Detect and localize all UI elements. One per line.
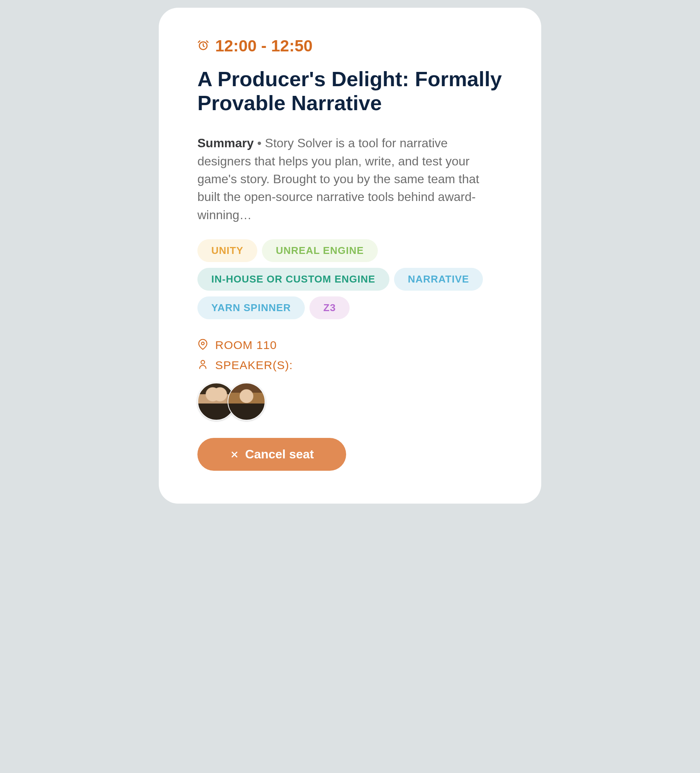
summary-label: Summary	[197, 136, 254, 150]
cancel-seat-label: Cancel seat	[245, 447, 314, 461]
room-row: ROOM 110	[197, 339, 503, 352]
tag-inhouse[interactable]: IN-HOUSE OR CUSTOM ENGINE	[197, 268, 389, 291]
speaker-avatars	[197, 383, 503, 421]
time-row: 12:00 - 12:50	[197, 37, 503, 55]
tag-narrative[interactable]: NARRATIVE	[394, 268, 483, 291]
cancel-seat-button[interactable]: Cancel seat	[197, 438, 346, 471]
tag-yarn[interactable]: YARN SPINNER	[197, 296, 305, 319]
tag-unreal[interactable]: UNREAL ENGINE	[262, 239, 378, 262]
tag-z3[interactable]: Z3	[309, 296, 350, 319]
speakers-label: SPEAKER(S):	[215, 359, 293, 372]
speaker-avatar[interactable]	[228, 383, 265, 421]
session-summary: Summary • Story Solver is a tool for nar…	[197, 134, 503, 224]
tag-unity[interactable]: UNITY	[197, 239, 257, 262]
session-title: A Producer's Delight: Formally Provable …	[197, 67, 503, 115]
speakers-row: SPEAKER(S):	[197, 359, 503, 372]
session-card: 12:00 - 12:50 A Producer's Delight: Form…	[159, 8, 541, 504]
person-icon	[197, 359, 208, 371]
room-label: ROOM 110	[215, 339, 277, 352]
tag-list: UNITY UNREAL ENGINE IN-HOUSE OR CUSTOM E…	[197, 239, 503, 319]
clock-icon	[197, 39, 209, 53]
svg-point-2	[201, 361, 204, 364]
close-icon	[230, 450, 239, 459]
location-pin-icon	[197, 339, 208, 351]
svg-point-1	[202, 342, 204, 345]
session-time: 12:00 - 12:50	[215, 37, 313, 55]
